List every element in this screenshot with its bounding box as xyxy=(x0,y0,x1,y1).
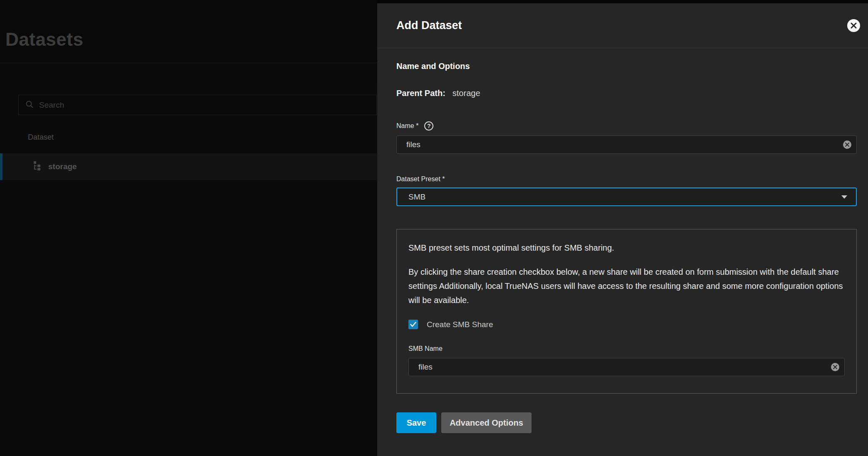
name-field-label: Name * xyxy=(396,122,418,130)
dialog-title: Add Dataset xyxy=(396,19,462,32)
checkmark-icon xyxy=(410,322,416,327)
preset-field-label: Dataset Preset * xyxy=(396,175,445,183)
dataset-preset-select[interactable]: SMB xyxy=(396,187,857,206)
advanced-options-button[interactable]: Advanced Options xyxy=(441,412,532,433)
smb-name-input[interactable] xyxy=(408,358,845,376)
smb-name-input-wrap xyxy=(408,358,845,376)
create-smb-share-label: Create SMB Share xyxy=(427,320,493,329)
dialog-header: Add Dataset xyxy=(377,3,868,48)
search-input[interactable] xyxy=(39,101,376,110)
dataset-tree-icon xyxy=(32,161,42,173)
dataset-column-header: Dataset xyxy=(28,133,54,142)
page-title-divider xyxy=(0,63,377,63)
name-input-wrap xyxy=(396,136,857,154)
help-icon[interactable]: ? xyxy=(424,121,433,131)
smb-preset-info-box: SMB preset sets most optimal settings fo… xyxy=(396,229,857,394)
section-title: Name and Options xyxy=(396,62,857,71)
parent-path-label: Parent Path: xyxy=(396,89,445,98)
parent-path-value: storage xyxy=(453,89,480,98)
preset-selected-value: SMB xyxy=(408,192,425,202)
save-button[interactable]: Save xyxy=(396,412,436,433)
info-paragraph-1: SMB preset sets most optimal settings fo… xyxy=(408,241,845,255)
clear-smb-name-icon[interactable] xyxy=(831,363,839,371)
close-icon[interactable] xyxy=(847,19,860,32)
dataset-row-storage[interactable]: storage xyxy=(0,153,377,180)
clear-name-icon[interactable] xyxy=(843,140,851,149)
create-smb-share-checkbox-row[interactable]: Create SMB Share xyxy=(408,320,845,329)
info-paragraph-2: By clicking the share creation checkbox … xyxy=(408,265,845,307)
preset-label-row: Dataset Preset * xyxy=(396,175,857,183)
dataset-search-box[interactable] xyxy=(18,95,377,115)
name-field-label-row: Name * ? xyxy=(396,121,857,131)
datasets-page-background: Datasets Dataset xyxy=(0,0,377,456)
datasets-card: Dataset storage xyxy=(0,83,377,183)
name-input[interactable] xyxy=(396,136,857,154)
dialog-body: Name and Options Parent Path:storage Nam… xyxy=(377,62,868,433)
parent-path: Parent Path:storage xyxy=(396,88,857,98)
checkbox-checked[interactable] xyxy=(408,320,418,329)
dialog-button-row: Save Advanced Options xyxy=(396,412,857,433)
add-dataset-dialog: Add Dataset Name and Options Parent Path… xyxy=(377,3,868,456)
smb-name-label: SMB Name xyxy=(408,345,845,352)
search-icon xyxy=(25,100,34,110)
dataset-row-label: storage xyxy=(48,162,77,171)
chevron-down-icon xyxy=(841,195,847,199)
page-title: Datasets xyxy=(5,29,83,50)
